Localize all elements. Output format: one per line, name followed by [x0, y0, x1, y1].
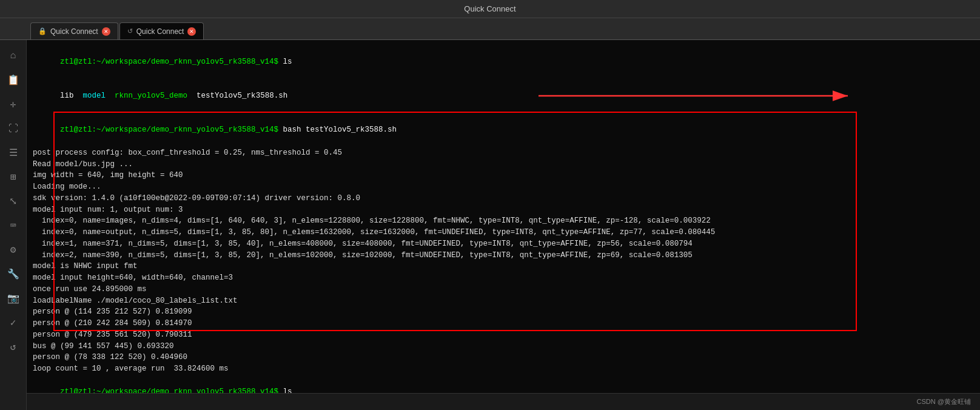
- ls-sh: testYolov5_rk3588.sh: [196, 92, 287, 100]
- terminal-line-15: model input height=640, width=640, chann…: [33, 272, 974, 284]
- terminal-line-5: Read model/bus.jpg ...: [33, 159, 974, 170]
- prompt-3: ztl@ztl:~/workspace/demo_rknn_yolov5_rk3…: [60, 126, 283, 134]
- terminal-line-6: img width = 640, img height = 640: [33, 170, 974, 181]
- terminal-line-23: loop count = 10 , average run 33.824600 …: [33, 363, 974, 375]
- sidebar-home-icon[interactable]: ⌂: [2, 45, 24, 67]
- window-title: Quick Connect: [464, 4, 515, 13]
- sidebar-wrench-icon[interactable]: 🔧: [2, 263, 24, 285]
- sidebar-expand-icon[interactable]: ⛶: [2, 118, 24, 139]
- sidebar-settings-icon[interactable]: ⚙: [2, 239, 24, 261]
- terminal-line-14: model is NHWC input fmt: [33, 261, 974, 272]
- terminal-line-22: person @ (78 338 122 520) 0.404960: [33, 352, 974, 363]
- terminal-line-1: ztl@ztl:~/workspace/demo_rknn_yolov5_rk3…: [33, 45, 974, 79]
- tab-bar: 🔒 Quick Connect ✕ ↺ Quick Connect ✕: [0, 18, 980, 40]
- cmd-3: bash testYolov5_rk3588.sh: [283, 126, 397, 134]
- ls-sp2: [187, 92, 196, 100]
- terminal-line-4: post process config: box_conf_threshold …: [33, 147, 974, 159]
- terminal-line-19: person @ (210 242 284 509) 0.814970: [33, 318, 974, 329]
- ls-sp: [106, 92, 115, 100]
- terminal-line-11: index=0, name=output, n_dims=5, dims=[1,…: [33, 227, 974, 238]
- sidebar-grid-icon[interactable]: ⊞: [2, 166, 24, 188]
- tab-1[interactable]: 🔒 Quick Connect ✕: [30, 22, 118, 39]
- tab-1-icon: 🔒: [38, 27, 47, 35]
- terminal-line-10: index=0, name=images, n_dims=4, dims=[1,…: [33, 215, 974, 227]
- tab-2-close[interactable]: ✕: [187, 27, 196, 36]
- main-layout: ⌂ 📋 ✛ ⛶ ☰ ⊞ ⤡ ⌨ ⚙ 🔧 📷 ✓ ↺ ztl@ztl:~/work…: [0, 40, 980, 410]
- terminal-line-18: person @ (114 235 212 527) 0.819099: [33, 306, 974, 318]
- terminal-line-17: loadLabelName ./model/coco_80_labels_lis…: [33, 295, 974, 307]
- sidebar-crosshair-icon[interactable]: ✛: [2, 93, 24, 115]
- terminal-line-7: Loading mode...: [33, 181, 974, 193]
- bottom-bar: CSDN @黄金旺铺: [27, 393, 980, 410]
- terminal-line-8: sdk version: 1.4.0 (a10f100eb@2022-09-09…: [33, 193, 974, 204]
- terminal[interactable]: ztl@ztl:~/workspace/demo_rknn_yolov5_rk3…: [27, 40, 980, 410]
- tab-2[interactable]: ↺ Quick Connect ✕: [119, 22, 204, 39]
- sidebar-menu-icon[interactable]: ☰: [2, 142, 24, 164]
- terminal-line-9: model input num: 1, output num: 3: [33, 204, 974, 216]
- ls-demo: rknn_yolov5_demo: [115, 92, 187, 100]
- terminal-line-16: once run use 24.895000 ms: [33, 284, 974, 295]
- tab-2-icon: ↺: [127, 27, 133, 35]
- terminal-line-13: index=2, name=390, n_dims=5, dims=[1, 3,…: [33, 250, 974, 261]
- credit-text: CSDN @黄金旺铺: [917, 397, 971, 406]
- terminal-line-3: ztl@ztl:~/workspace/demo_rknn_yolov5_rk3…: [33, 113, 974, 147]
- sidebar-bookmark-icon[interactable]: 📋: [2, 69, 24, 91]
- prompt-1: ztl@ztl:~/workspace/demo_rknn_yolov5_rk3…: [60, 58, 283, 66]
- sidebar-keyboard-icon[interactable]: ⌨: [2, 215, 24, 237]
- tab-1-close[interactable]: ✕: [102, 27, 110, 36]
- sidebar-camera-icon[interactable]: 📷: [2, 287, 24, 309]
- tab-1-label: Quick Connect: [50, 27, 98, 36]
- sidebar-resize-icon[interactable]: ⤡: [2, 190, 24, 212]
- tab-2-label: Quick Connect: [136, 27, 184, 36]
- title-bar: Quick Connect: [0, 0, 980, 18]
- ls-lib: lib: [60, 92, 83, 100]
- terminal-line-20: person @ (479 235 561 520) 0.790311: [33, 329, 974, 341]
- terminal-line-2: lib model rknn_yolov5_demo testYolov5_rk…: [33, 79, 974, 113]
- ls-model: model: [83, 92, 106, 100]
- sidebar-check-icon[interactable]: ✓: [2, 312, 24, 334]
- sidebar: ⌂ 📋 ✛ ⛶ ☰ ⊞ ⤡ ⌨ ⚙ 🔧 📷 ✓ ↺: [0, 40, 27, 410]
- cmd-1: ls: [283, 58, 292, 66]
- terminal-line-21: bus @ (99 141 557 445) 0.693320: [33, 341, 974, 352]
- terminal-line-12: index=1, name=371, n_dims=5, dims=[1, 3,…: [33, 238, 974, 250]
- sidebar-refresh-icon[interactable]: ↺: [2, 336, 24, 358]
